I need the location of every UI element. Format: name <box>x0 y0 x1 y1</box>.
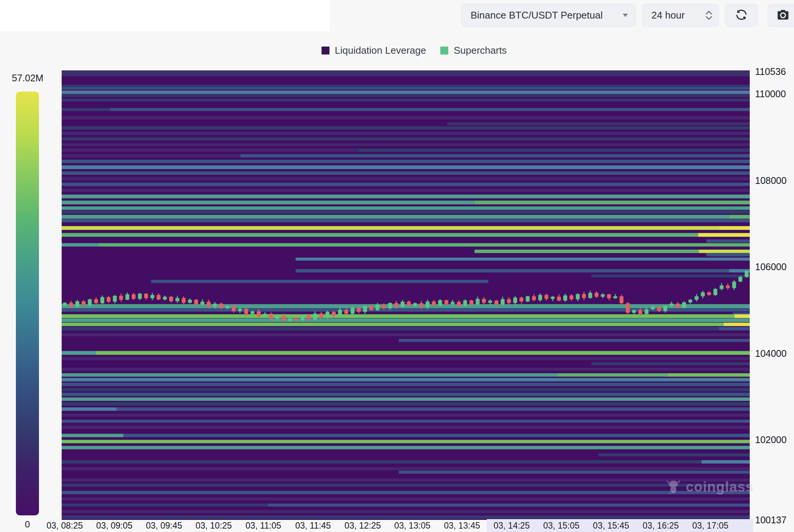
x-axis-label: 03, 12:25 <box>345 521 381 531</box>
x-axis-label: 03, 11:05 <box>246 521 281 531</box>
y-axis-label: 104000 <box>755 348 793 359</box>
x-axis-label: 03, 16:25 <box>643 521 679 531</box>
top-left-panel <box>0 0 330 31</box>
x-axis-label: 03, 17:05 <box>692 521 729 531</box>
legend-swatch-green <box>440 47 448 54</box>
legend-swatch-purple <box>322 47 329 54</box>
y-axis-label: 108000 <box>755 175 793 186</box>
x-axis-label: 03, 09:45 <box>146 521 182 531</box>
legend-item-supercharts[interactable]: Supercharts <box>440 45 507 56</box>
refresh-button[interactable] <box>725 4 758 27</box>
y-axis-label: 106000 <box>755 261 793 272</box>
legend-label: Liquidation Leverage <box>335 45 426 56</box>
x-axis-label: 03, 14:25 <box>494 521 530 531</box>
symbol-select-value: Binance BTC/USDT Perpetual <box>471 9 603 21</box>
x-axis-label: 03, 13:05 <box>394 521 430 531</box>
interval-select-value: 24 hour <box>651 9 685 21</box>
y-axis-label: 102000 <box>755 434 793 445</box>
x-axis-label: 03, 15:05 <box>543 521 580 531</box>
x-axis-label: 03, 13:45 <box>444 521 480 531</box>
symbol-select[interactable]: Binance BTC/USDT Perpetual <box>461 4 636 27</box>
heatmap-canvas[interactable] <box>62 70 750 520</box>
y-axis-label: 110000 <box>755 89 793 100</box>
colorbar-gradient <box>16 92 39 515</box>
interval-select[interactable]: 24 hour <box>642 4 719 27</box>
x-axis-label: 03, 11:45 <box>295 521 331 531</box>
x-axis-label: 03, 09:05 <box>96 521 132 531</box>
liquidation-heatmap-plot[interactable] <box>62 70 750 520</box>
x-axis-label: 03, 08:25 <box>47 521 83 531</box>
colorbar-max-label: 57.02M <box>4 73 51 84</box>
colorbar-min-label: 0 <box>16 519 39 530</box>
refresh-icon <box>735 8 748 23</box>
x-axis-label: 03, 15:45 <box>593 521 629 531</box>
chevron-down-icon <box>623 14 628 17</box>
camera-icon <box>776 8 790 23</box>
x-axis-label: 03, 10:25 <box>196 521 232 531</box>
legend-item-liquidation-leverage[interactable]: Liquidation Leverage <box>322 45 426 56</box>
legend-label: Supercharts <box>454 45 507 56</box>
y-axis-label: 100137 <box>755 515 793 526</box>
y-axis-label: 110536 <box>755 66 793 77</box>
chart-legend: Liquidation Leverage Supercharts <box>322 45 516 56</box>
stepper-icon <box>705 11 712 20</box>
screenshot-button[interactable] <box>768 4 794 27</box>
